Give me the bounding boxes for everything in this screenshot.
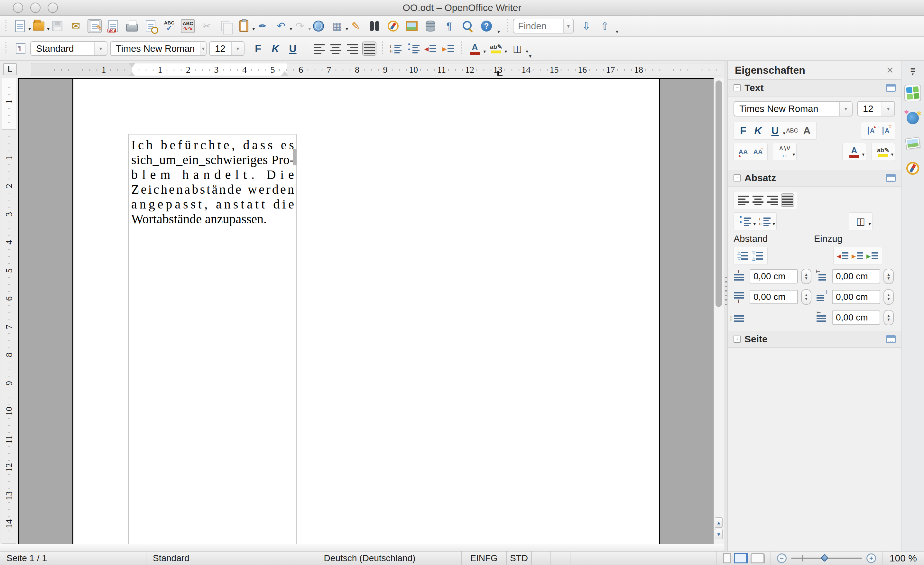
undo-button[interactable]: ↶▾: [274, 19, 288, 33]
increase-font-size-button[interactable]: [864, 124, 878, 137]
find-toolbar-searchbox[interactable]: ▾: [513, 19, 574, 33]
zoom-out-button[interactable]: −: [777, 553, 787, 563]
chevron-down-icon[interactable]: ▾: [526, 49, 528, 54]
edit-file-button[interactable]: [87, 19, 102, 33]
auto-spellcheck-button[interactable]: [181, 19, 195, 33]
chevron-down-icon[interactable]: ▾: [862, 151, 864, 157]
sidebar-splitter[interactable]: [724, 61, 728, 551]
sidebar-italic-button[interactable]: K: [751, 124, 765, 137]
sidebar-font-color-button[interactable]: ▾: [845, 145, 863, 159]
page[interactable]: Ich befürchte, dass es sich_um_ein_schwi…: [18, 78, 714, 544]
navigator-button[interactable]: [386, 19, 400, 33]
numbered-list-button[interactable]: [388, 42, 403, 55]
decrease-indent-button[interactable]: [423, 42, 438, 55]
next-page-button[interactable]: ▼: [715, 529, 723, 539]
table-button[interactable]: ▦▾: [330, 19, 344, 33]
multi-page-view-button[interactable]: [734, 553, 748, 564]
sidebar-menu-icon[interactable]: ≡: [910, 66, 915, 76]
sidebar-bold-button[interactable]: F: [736, 124, 750, 137]
character-spacing-button[interactable]: ▾: [776, 145, 794, 159]
page-section-dialog-launcher[interactable]: [886, 335, 896, 343]
hanging-indent-button[interactable]: [866, 249, 879, 262]
book-view-button[interactable]: [751, 553, 765, 564]
sidebar-justify-button[interactable]: [781, 193, 794, 207]
first-line-indent-stepper[interactable]: ▲▼: [884, 310, 894, 325]
single-page-view-button[interactable]: [723, 553, 731, 564]
zoom-percentage[interactable]: 100 %: [882, 553, 924, 564]
status-language-cell[interactable]: Deutsch (Deutschland): [278, 552, 462, 565]
shrink-font-button[interactable]: [751, 145, 765, 159]
chevron-down-icon[interactable]: ▾: [252, 26, 255, 32]
sidebar-numbered-list-button[interactable]: ▾: [756, 214, 774, 228]
close-window-button[interactable]: [13, 3, 23, 13]
font-name-combobox[interactable]: Times New Roman ▾: [110, 41, 207, 56]
chevron-down-icon[interactable]: ▾: [308, 26, 311, 32]
text-frame-handle[interactable]: [293, 148, 297, 165]
status-selection-mode-cell[interactable]: STD: [507, 552, 532, 565]
tab-gallery[interactable]: [904, 135, 921, 151]
tab-navigator[interactable]: [904, 160, 921, 177]
minimize-window-button[interactable]: [30, 3, 40, 13]
chevron-down-icon[interactable]: ▾: [783, 130, 785, 136]
format-paintbrush-button[interactable]: ✒: [255, 19, 270, 33]
status-insert-mode-cell[interactable]: EINFG: [462, 552, 507, 565]
chevron-down-icon[interactable]: ▾: [94, 42, 107, 55]
chevron-down-icon[interactable]: ▾: [345, 26, 348, 32]
spellcheck-button[interactable]: [162, 19, 176, 33]
sidebar-underline-button[interactable]: U▾: [766, 124, 784, 137]
zoom-window-button[interactable]: [48, 3, 58, 13]
background-color-button[interactable]: ▾: [510, 42, 524, 55]
hyperlink-button[interactable]: [311, 19, 326, 33]
tab-properties[interactable]: [904, 85, 921, 101]
expand-icon[interactable]: +: [734, 336, 741, 343]
horizontal-ruler[interactable]: 1123456789101112131415161718: [31, 63, 721, 76]
zoom-in-button[interactable]: +: [866, 553, 876, 563]
horizontal-scrollbar[interactable]: [0, 544, 724, 551]
status-page-cell[interactable]: Seite 1 / 1: [0, 552, 146, 565]
italic-button[interactable]: K: [268, 42, 282, 55]
chevron-down-icon[interactable]: ▾: [753, 221, 756, 227]
spacing-below-stepper[interactable]: ▲▼: [801, 289, 812, 305]
chevron-down-icon[interactable]: ▾: [231, 42, 244, 55]
indent-after-input[interactable]: [832, 290, 880, 304]
text-section-dialog-launcher[interactable]: [886, 84, 896, 92]
find-input[interactable]: [513, 21, 563, 31]
bullet-list-button[interactable]: [406, 42, 421, 55]
collapse-icon[interactable]: −: [734, 174, 741, 181]
new-document-button[interactable]: ▾: [13, 19, 27, 33]
paste-button[interactable]: ▾: [237, 19, 251, 33]
draw-functions-button[interactable]: ✎: [349, 19, 363, 33]
sidebar-align-right-button[interactable]: [766, 193, 780, 207]
print-button[interactable]: [125, 19, 139, 33]
sidebar-highlighting-button[interactable]: ▾: [874, 145, 892, 159]
tab-stop-type-button[interactable]: L: [3, 63, 17, 75]
indent-after-stepper[interactable]: ▲▼: [884, 289, 894, 305]
first-line-indent-input[interactable]: [832, 310, 880, 325]
sidebar-strikethrough-button[interactable]: ABC: [785, 124, 799, 137]
indent-before-stepper[interactable]: ▲▼: [884, 269, 894, 284]
underline-button[interactable]: U: [286, 42, 300, 55]
spacing-above-input[interactable]: [750, 269, 798, 283]
sidebar-align-left-button[interactable]: [736, 193, 750, 207]
decrease-paragraph-spacing-button[interactable]: [751, 249, 765, 262]
sidebar-bullet-list-button[interactable]: ▾: [736, 214, 754, 228]
formatting-marks-button[interactable]: ¶: [442, 19, 456, 33]
sidebar-increase-indent-button[interactable]: [836, 249, 850, 262]
open-button[interactable]: ▾: [32, 19, 46, 33]
status-style-cell[interactable]: Standard: [146, 552, 278, 565]
zoom-button[interactable]: [461, 19, 475, 33]
vertical-ruler[interactable]: 11234567891011121314: [2, 78, 16, 544]
sidebar-close-icon[interactable]: ✕: [884, 65, 896, 76]
chevron-down-icon[interactable]: ▾: [504, 49, 507, 54]
align-center-button[interactable]: [329, 42, 343, 55]
help-button[interactable]: [479, 19, 494, 33]
export-pdf-button[interactable]: [106, 19, 120, 33]
sidebar-align-center-button[interactable]: [751, 193, 765, 207]
paragraph-background-color-button[interactable]: ▾: [852, 214, 870, 228]
chevron-down-icon[interactable]: ▾: [792, 151, 795, 157]
collapse-icon[interactable]: −: [734, 84, 741, 91]
vertical-scrollbar-thumb[interactable]: [716, 81, 722, 307]
chevron-down-icon[interactable]: ▾: [839, 102, 852, 116]
paragraph-style-combobox[interactable]: Standard ▾: [30, 41, 108, 56]
chevron-down-icon[interactable]: ▾: [200, 42, 206, 55]
